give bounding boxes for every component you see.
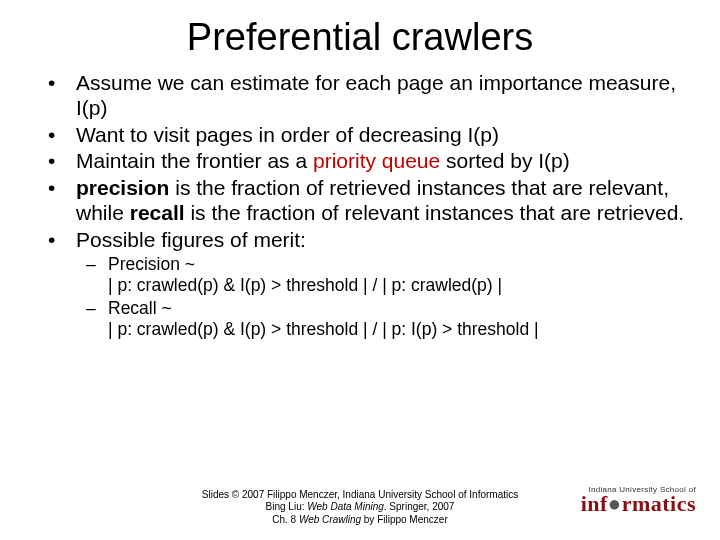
bullet-4: precision is the fraction of retrieved i… bbox=[76, 176, 690, 226]
sub-1a: Precision ~ bbox=[108, 254, 195, 274]
bullet-5-text: Possible figures of merit: bbox=[76, 228, 306, 251]
sub-list: Precision ~ | p: crawled(p) & I(p) > thr… bbox=[76, 254, 690, 340]
slide-title: Preferential crawlers bbox=[30, 16, 690, 59]
sub-1b: | p: crawled(p) & I(p) > threshold | / |… bbox=[108, 275, 502, 295]
footer: Slides © 2007 Filippo Menczer, Indiana U… bbox=[0, 489, 720, 527]
bullet-3-emph: priority queue bbox=[313, 149, 440, 172]
sub-2a: Recall ~ bbox=[108, 298, 172, 318]
bullet-4-precision: precision bbox=[76, 176, 169, 199]
iu-logo-post: rmatics bbox=[622, 491, 696, 516]
attrib-line3-ital: Web Crawling bbox=[299, 514, 361, 525]
bullet-list: Assume we can estimate for each page an … bbox=[30, 71, 690, 340]
iu-logo-dot-icon: ● bbox=[608, 491, 622, 516]
bullet-3-post: sorted by I(p) bbox=[440, 149, 570, 172]
sub-1: Precision ~ | p: crawled(p) & I(p) > thr… bbox=[108, 254, 690, 296]
bullet-3: Maintain the frontier as a priority queu… bbox=[76, 149, 690, 174]
attrib-line2-ital: Web Data Mining bbox=[307, 501, 384, 512]
bullet-1: Assume we can estimate for each page an … bbox=[76, 71, 690, 121]
bullet-3-pre: Maintain the frontier as a bbox=[76, 149, 313, 172]
iu-logo-pre: inf bbox=[581, 491, 608, 516]
sub-2b: | p: crawled(p) & I(p) > threshold | / |… bbox=[108, 319, 539, 339]
attrib-line2-post: . Springer, 2007 bbox=[384, 501, 455, 512]
bullet-4-end: is the fraction of relevant instances th… bbox=[185, 201, 685, 224]
bullet-5: Possible figures of merit: Precision ~ |… bbox=[76, 228, 690, 341]
attrib-line3-pre: Ch. 8 bbox=[272, 514, 299, 525]
iu-logo-brand: inf●rmatics bbox=[581, 494, 696, 514]
bullet-4-recall: recall bbox=[130, 201, 185, 224]
attrib-line3-post: by Filippo Menczer bbox=[361, 514, 448, 525]
sub-2: Recall ~ | p: crawled(p) & I(p) > thresh… bbox=[108, 298, 690, 340]
bullet-2: Want to visit pages in order of decreasi… bbox=[76, 123, 690, 148]
slide: Preferential crawlers Assume we can esti… bbox=[0, 0, 720, 540]
attrib-line2-pre: Bing Liu: bbox=[266, 501, 308, 512]
iu-logo: Indiana University School of inf●rmatics bbox=[581, 485, 696, 514]
